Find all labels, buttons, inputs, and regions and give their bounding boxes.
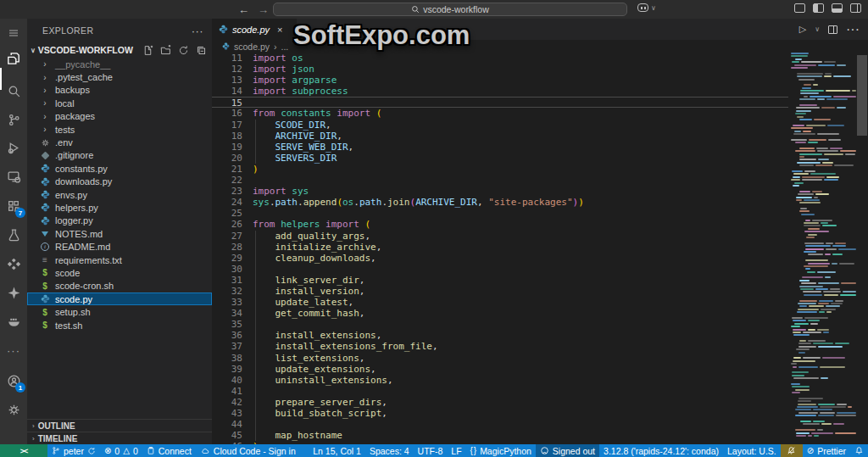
notifications-item[interactable] <box>850 444 868 457</box>
toggle-secondary-sidebar-icon[interactable] <box>850 3 861 13</box>
cloud-code-item[interactable]: Cloud Code - Sign in <box>196 444 300 457</box>
code-line: 38 list_extensions, <box>212 353 788 364</box>
gemini-sparkle-icon[interactable] <box>0 281 27 304</box>
menu-hamburger-icon[interactable] <box>0 22 27 44</box>
code-text: initialize_archive, <box>253 242 381 253</box>
remote-indicator[interactable]: >< <box>0 444 47 457</box>
file-tree-item[interactable]: .env <box>27 136 212 148</box>
minimap[interactable] <box>788 53 856 444</box>
run-dropdown-icon[interactable]: ∨ <box>815 25 820 33</box>
file-tree-item[interactable]: ›__pycache__ <box>27 58 212 70</box>
customize-layout-icon[interactable] <box>794 3 805 13</box>
folder-chevron-icon: › <box>39 125 51 134</box>
python-interpreter-item[interactable]: 3.12.8 ('rapids-24.12': conda) <box>599 444 723 457</box>
code-line: 19 SERVE_WEB_DIR, <box>212 142 788 153</box>
git-branch-item[interactable]: peter <box>47 444 100 457</box>
toggle-sidebar-icon[interactable] <box>813 3 824 13</box>
file-tree-item[interactable]: envs.py <box>27 188 212 201</box>
scrollbar-thumb[interactable] <box>857 55 867 136</box>
testing-beaker-icon[interactable] <box>0 224 27 246</box>
file-tree-item[interactable]: ›local <box>27 97 212 109</box>
code-line: 30 <box>212 264 788 275</box>
python-file-icon <box>222 42 230 50</box>
run-python-icon[interactable]: ▷ <box>799 24 806 35</box>
live-share-diamonds-icon[interactable] <box>0 253 27 275</box>
code-line: 26from helpers import ( <box>212 219 788 230</box>
file-label: local <box>55 98 75 109</box>
eol-item[interactable]: LF <box>447 444 465 457</box>
file-tree-item[interactable]: ›.pytest_cache <box>27 70 212 83</box>
copilot-menu[interactable]: ∨ <box>637 3 656 12</box>
language-mode-item[interactable]: { } MagicPython <box>466 444 536 457</box>
tab-close-icon[interactable]: × <box>277 25 282 35</box>
encoding-item[interactable]: UTF-8 <box>414 444 448 457</box>
do-not-disturb-item[interactable] <box>781 444 803 457</box>
line-number: 31 <box>212 275 242 286</box>
file-tree-item[interactable]: $scode <box>27 266 212 279</box>
connect-item[interactable]: Connect <box>142 444 196 457</box>
code-editor[interactable]: 11import os12import json13import argpars… <box>212 53 788 444</box>
file-tree-item[interactable]: $setup.sh <box>27 305 212 318</box>
file-tree-item[interactable]: ›backups <box>27 84 212 97</box>
tab-scode-py[interactable]: scode.py × <box>212 19 297 40</box>
sidebar-more-icon[interactable]: ··· <box>192 25 203 37</box>
file-label: backups <box>55 85 90 95</box>
status-bar: >< peter ⊗ 0 △ 0 Connect Cloud Code - Si… <box>0 444 868 457</box>
keyboard-layout-item[interactable]: Layout: U.S. <box>723 444 781 457</box>
settings-gear-icon[interactable] <box>0 398 27 421</box>
prettier-item[interactable]: ⊘ Prettier <box>803 444 850 457</box>
file-tree-item[interactable]: ›tests <box>27 123 212 136</box>
info-circle-icon: i <box>39 242 51 251</box>
workspace-section-header[interactable]: ∨ VSCODE-WORKFLOW <box>27 42 212 58</box>
new-file-icon[interactable] <box>142 45 153 56</box>
more-views-icon[interactable]: ··· <box>0 339 27 361</box>
nav-back-icon[interactable]: ← <box>238 3 249 16</box>
github-label: Signed out <box>553 446 595 456</box>
file-tree-item[interactable]: .gitignore <box>27 149 212 162</box>
python-file-icon <box>39 164 51 173</box>
timeline-section[interactable]: › TIMELINE <box>27 432 212 444</box>
search-view-icon[interactable] <box>0 80 27 102</box>
file-tree-item[interactable]: helpers.py <box>27 201 212 214</box>
problems-item[interactable]: ⊗ 0 △ 0 <box>100 444 142 457</box>
editor-more-actions-icon[interactable]: ··· <box>846 22 860 37</box>
code-line: 32 install_version, <box>212 286 788 297</box>
cursor-position-item[interactable]: Ln 15, Col 1 <box>309 444 365 457</box>
refresh-icon[interactable] <box>178 45 189 56</box>
remote-explorer-icon[interactable] <box>0 165 27 187</box>
code-line: 21) <box>212 164 788 175</box>
file-tree-item[interactable]: NOTES.md <box>27 227 212 240</box>
github-signin-item[interactable]: Signed out <box>536 444 599 457</box>
split-editor-icon[interactable] <box>828 25 837 34</box>
file-tree-item[interactable]: ›packages <box>27 110 212 123</box>
docker-icon[interactable] <box>0 310 27 332</box>
code-text: link_server_dir, <box>253 275 364 286</box>
file-tree-item[interactable]: constants.py <box>27 162 212 175</box>
collapse-all-icon[interactable] <box>196 45 207 56</box>
file-tree-item[interactable]: $test.sh <box>27 319 212 332</box>
file-tree-item[interactable]: downloads.py <box>27 176 212 188</box>
indentation-item[interactable]: Spaces: 4 <box>365 444 414 457</box>
line-number: 22 <box>212 175 242 186</box>
explorer-icon[interactable] <box>0 47 27 70</box>
file-label: helpers.py <box>55 203 98 213</box>
file-tree-item[interactable]: scode.py <box>27 293 212 305</box>
outline-section[interactable]: › OUTLINE <box>27 419 212 432</box>
accounts-icon[interactable]: 1 <box>0 370 27 392</box>
new-folder-icon[interactable] <box>160 45 171 56</box>
command-center-search[interactable]: vscode-workflow <box>273 3 627 16</box>
line-number: 27 <box>212 231 242 242</box>
file-tree-item[interactable]: $scode-cron.sh <box>27 280 212 293</box>
nav-forward-icon[interactable]: → <box>258 3 269 16</box>
file-label: scode.py <box>55 294 92 304</box>
extensions-icon[interactable]: 7 <box>0 195 27 217</box>
run-debug-icon[interactable] <box>0 137 27 159</box>
file-tree-item[interactable]: logger.py <box>27 215 212 227</box>
file-tree-item[interactable]: ≡requirements.txt <box>27 254 212 266</box>
line-number: 17 <box>212 120 242 131</box>
code-line: 11import os <box>212 53 788 64</box>
toggle-panel-icon[interactable] <box>832 3 843 13</box>
file-tree-item[interactable]: iREADME.md <box>27 240 212 253</box>
source-control-icon[interactable] <box>0 109 27 131</box>
folder-chevron-icon: › <box>39 59 51 69</box>
